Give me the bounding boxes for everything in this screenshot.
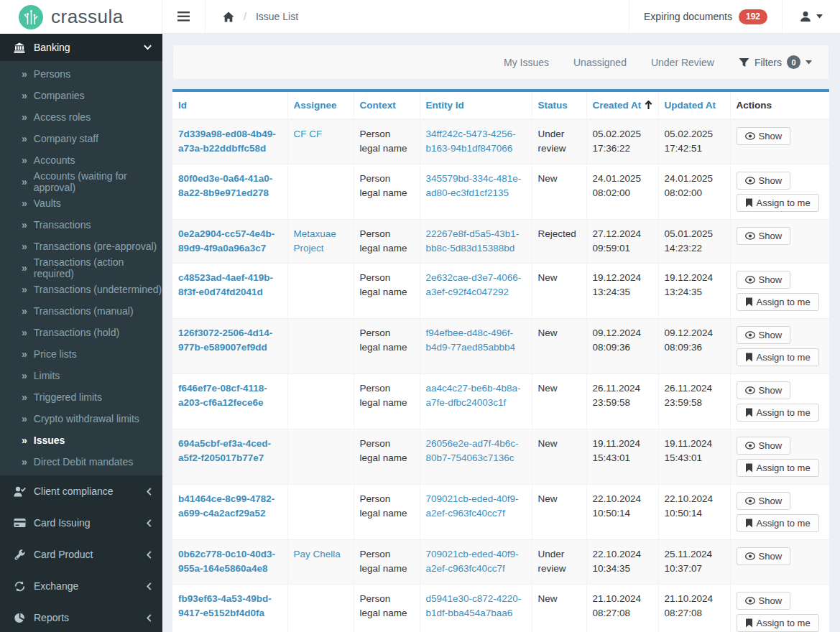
assign-to-me-button[interactable]: Assign to me [737,459,819,477]
issue-id-link[interactable]: f646ef7e-08cf-4118-a203-cf6a12fece6e [178,383,267,408]
issue-id-link[interactable]: fb93ef63-4a53-49bd-9417-e5152bf4d0fa [178,593,272,618]
tab-my-issues[interactable]: My Issues [504,57,549,68]
double-chevron-icon: » [22,434,27,446]
tab-under-review[interactable]: Under Review [651,57,714,68]
issue-id-link[interactable]: c48523ad-4aef-419b-8f3f-e0d74fd2041d [178,272,273,297]
double-chevron-icon: » [22,90,27,101]
show-button[interactable]: Show [737,271,791,289]
assign-to-me-button[interactable]: Assign to me [737,293,819,311]
assign-to-me-button[interactable]: Assign to me [737,348,819,366]
sidebar-item-transactions-action-required[interactable]: »Transactions (action required) [0,257,162,279]
sidebar-item-companies[interactable]: »Companies [0,85,162,106]
actions-cell: ShowAssign to me [730,264,829,319]
entity-id-link[interactable]: 2e632cae-d3e7-4066-a3ef-c92f4c047292 [426,272,522,297]
show-button[interactable]: Show [737,547,791,565]
entity-id-link[interactable]: 26056e2e-ad7f-4b6c-80b7-754063c7136c [426,438,519,463]
entity-id-cell: 709021cb-eded-40f9-a2ef-c963fc40cc7f [420,485,532,540]
entity-id-link[interactable]: f94efbee-d48c-496f-b4d9-77aed85abbb4 [426,327,516,353]
show-button[interactable]: Show [737,437,791,455]
column-header-entity-id[interactable]: Entity Id [420,92,532,119]
sidebar-item-accounts[interactable]: »Accounts [0,149,162,171]
sidebar-section-exchange[interactable]: Exchange [0,570,162,602]
sidebar-item-vaults[interactable]: »Vaults [0,192,162,214]
assign-to-me-button[interactable]: Assign to me [737,614,819,632]
assign-to-me-button[interactable]: Assign to me [737,194,819,212]
column-header-label: Status [538,100,568,111]
user-menu-button[interactable] [782,0,840,33]
issue-id-link[interactable]: 694a5cbf-ef3a-4ced-a5f2-f205017b77e7 [178,438,271,463]
issue-id-link[interactable]: 0e2a2904-cc57-4e4b-89d9-4f9a0a96a3c7 [178,228,274,254]
sidebar-section-card-product[interactable]: Card Product [0,539,162,570]
column-header-updated-at[interactable]: Updated At [658,92,730,119]
sidebar-item-limits[interactable]: »Limits [0,365,162,386]
breadcrumb-home-link[interactable] [223,11,234,22]
column-header-assignee[interactable]: Assignee [287,92,354,119]
assign-to-me-button[interactable]: Assign to me [737,514,819,532]
entity-id-link[interactable]: d5941e30-c872-4220-b1df-bba454a7baa6 [426,593,522,618]
eye-icon [745,386,755,394]
show-button[interactable]: Show [737,592,791,610]
table-row: 0b62c778-0c10-40d3-955a-164e5860a4e8Pay … [172,540,829,585]
filters-dropdown-button[interactable]: Filters 0 [739,55,812,69]
entity-id-link[interactable]: 709021cb-eded-40f9-a2ef-c963fc40cc7f [426,493,519,519]
assign-to-me-button-label: Assign to me [757,352,811,363]
column-header-context[interactable]: Context [354,92,420,119]
created-at-cell: 24.01.2025 08:02:00 [586,164,658,219]
show-button[interactable]: Show [737,326,791,344]
show-button[interactable]: Show [737,381,791,399]
show-button-label: Show [759,385,783,396]
sidebar-section-client-compliance[interactable]: Client compliance [0,475,162,507]
expiring-documents-link[interactable]: Expiring documents 192 [629,0,782,33]
show-button[interactable]: Show [737,172,791,190]
entity-id-link[interactable]: 34ff242c-5473-4256-b163-94b1df847066 [426,129,516,154]
show-button[interactable]: Show [737,127,791,145]
entity-id-link[interactable]: 22267e8f-d5a5-43b1-bb8c-5d83d15388bd [426,228,520,254]
entity-id-link[interactable]: aa4c4c27-be6b-4b8a-a7fe-dfbc24003c1f [426,383,521,408]
sidebar-item-label: Accounts (waiting for approval) [34,170,162,193]
created-at-cell: 19.11.2024 15:43:01 [586,429,658,485]
issue-id-link[interactable]: 126f3072-2506-4d14-977b-e589007ef9dd [178,327,272,353]
issue-id-link[interactable]: 80f0ed3e-0a64-41a0-8a22-8b9e971ed278 [178,173,272,198]
sidebar-item-access-roles[interactable]: »Access roles [0,106,162,128]
issue-id-link[interactable]: 0b62c778-0c10-40d3-955a-164e5860a4e8 [178,549,275,574]
sidebar-item-direct-debit-mandates[interactable]: »Direct Debit mandates [0,451,162,473]
sidebar-item-issues[interactable]: »Issues [0,429,162,451]
sidebar-item-transactions-undetermined[interactable]: »Transactions (undetermined) [0,279,162,300]
entity-id-link[interactable]: 709021cb-eded-40f9-a2ef-c963fc40cc7f [426,549,519,574]
show-button[interactable]: Show [737,227,791,245]
sidebar-item-company-staff[interactable]: »Company staff [0,128,162,149]
sidebar-item-transactions-manual[interactable]: »Transactions (manual) [0,300,162,322]
sidebar-item-accounts-waiting-for-approval[interactable]: »Accounts (waiting for approval) [0,171,162,192]
app-root: crassula Banking»Persons»Companies»Acces… [0,0,840,632]
assignee-link[interactable]: Metaxuae Project [294,228,336,254]
column-header-id[interactable]: Id [172,92,287,119]
sidebar-item-transactions-hold[interactable]: »Transactions (hold) [0,322,162,343]
sidebar-item-transactions-pre-approval[interactable]: »Transactions (pre-approval) [0,236,162,257]
issue-id-link[interactable]: b41464ce-8c99-4782-a699-c4a2acf29a52 [178,493,274,519]
column-header-status[interactable]: Status [532,92,586,119]
show-button[interactable]: Show [737,492,791,510]
filters-label: Filters [754,57,782,68]
sidebar-section-card-issuing[interactable]: Card Issuing [0,507,162,539]
column-header-created-at[interactable]: Created At [586,92,658,119]
tab-unassigned[interactable]: Unassigned [573,57,627,68]
assignee-link[interactable]: CF CF [294,129,323,139]
sidebar-item-price-lists[interactable]: »Price lists [0,343,162,365]
assignee-link[interactable]: Pay Chella [294,549,341,559]
assign-to-me-button[interactable]: Assign to me [737,404,819,422]
brand-logo[interactable]: crassula [0,0,162,34]
issue-id-link[interactable]: 7d339a98-ed08-4b49-a73a-b22ddbffc58d [178,129,276,154]
sidebar-section-reports[interactable]: Reports [0,602,162,632]
home-icon [223,11,234,22]
sidebar-item-triggered-limits[interactable]: »Triggered limits [0,386,162,408]
show-button-label: Show [759,330,783,340]
sidebar-toggle-button[interactable] [162,0,206,33]
assign-to-me-button-label: Assign to me [757,618,811,628]
sidebar-item-persons[interactable]: »Persons [0,63,162,85]
sidebar-section-banking[interactable]: Banking [0,34,162,61]
column-header-label: Created At [593,100,642,111]
entity-id-link[interactable]: 345579bd-334c-481e-ad80-ec3fd1cf2135 [426,173,522,198]
sidebar-item-crypto-withdrawal-limits[interactable]: »Crypto withdrawal limits [0,408,162,429]
sidebar-item-transactions[interactable]: »Transactions [0,214,162,236]
updated-at-cell: 25.11.2024 10:37:07 [658,540,730,585]
